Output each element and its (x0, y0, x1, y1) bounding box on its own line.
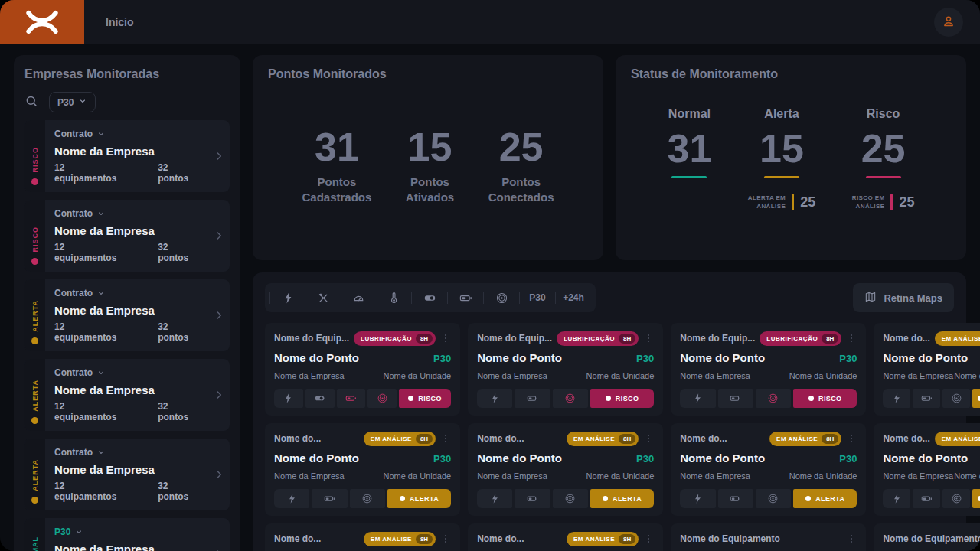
battery-icon (324, 493, 335, 504)
contract-dropdown[interactable]: Contrato (54, 288, 199, 298)
bolt-icon (489, 393, 501, 404)
status-dot-icon (31, 497, 38, 504)
equipment-card[interactable]: Nome do... EM ANÁLISE 8H Nome do Ponto P… (468, 523, 663, 551)
badge-text: EM ANÁLISE (573, 435, 615, 442)
point-name: Nome do Ponto (680, 452, 765, 465)
company-name: Nome da Empresa (54, 304, 199, 317)
sidebar-search-row: P30 (24, 92, 230, 112)
kebab-menu-icon[interactable] (846, 433, 857, 444)
dots-icon (643, 433, 654, 444)
bolt-icon (692, 493, 704, 504)
point-tag: P30 (839, 453, 857, 465)
contract-dropdown[interactable]: Contrato (54, 447, 199, 458)
status-dot-icon (808, 396, 814, 401)
company-card[interactable]: RISCO Contrato Nome da Empresa 12 equipa… (24, 120, 230, 192)
footer-bolt-icon (680, 389, 715, 408)
footer-bolt-icon (477, 389, 512, 408)
dots-icon (846, 533, 857, 544)
chevron-right-icon[interactable] (208, 439, 230, 510)
equipment-card[interactable]: Nome do... EM ANÁLISE 8H Nome do Ponto P… (265, 423, 460, 516)
search-icon[interactable] (24, 94, 38, 111)
battery-icon (345, 393, 357, 404)
company-card[interactable]: ALERTA Contrato Nome da Empresa 12 equip… (24, 359, 230, 431)
filter-bolt-icon[interactable] (270, 283, 305, 312)
battery-icon (527, 493, 538, 504)
filter-p30[interactable]: P30 (520, 283, 555, 312)
filter-signal-icon[interactable] (484, 283, 519, 312)
chevron-right-icon[interactable] (208, 279, 230, 351)
contract-dropdown[interactable]: Contrato (54, 129, 199, 139)
chevron-right-icon[interactable] (208, 359, 230, 431)
company-card[interactable]: ALERTA Contrato Nome da Empresa 12 equip… (24, 439, 230, 510)
card-header: Nome do... EM ANÁLISE 8H (477, 431, 654, 446)
company-list: RISCO Contrato Nome da Empresa 12 equipa… (24, 120, 230, 551)
footer-signal-icon (553, 489, 588, 508)
filter-thermometer-icon[interactable] (376, 283, 411, 312)
kebab-menu-icon[interactable] (440, 433, 451, 444)
kebab-menu-icon[interactable] (440, 333, 451, 344)
nav-inicio[interactable]: Início (106, 16, 134, 28)
battery-icon (921, 393, 933, 404)
kebab-menu-icon[interactable] (846, 333, 857, 344)
points-count: 32 pontos (158, 401, 199, 422)
points-count: 32 pontos (158, 481, 199, 502)
pontos-title: Pontos Monitorados (268, 67, 588, 81)
retina-maps-button[interactable]: Retina Maps (853, 283, 954, 312)
filter-+24h[interactable]: +24h (556, 283, 591, 312)
card-sub-row: Nome da Empresa Nome da Unidade (680, 371, 857, 380)
status-badge: ALERTA (972, 389, 980, 408)
person-icon (941, 14, 956, 29)
filter-battery-icon[interactable] (448, 283, 483, 312)
equipment-card[interactable]: Nome do... EM ANÁLISE 8H Nome do Ponto P… (265, 523, 460, 551)
contract-dropdown[interactable]: Contrato (54, 367, 199, 378)
card-footer: RISCO (274, 389, 451, 408)
contract-dropdown[interactable]: Contrato (54, 208, 199, 219)
kebab-menu-icon[interactable] (643, 333, 654, 344)
equipment-name: Nome do Equipamento (680, 533, 841, 544)
point-name: Nome do Ponto (680, 351, 765, 364)
equipments-count: 12 equipamentos (54, 401, 126, 422)
app-logo[interactable] (0, 0, 84, 44)
status-stat-value: 15 (748, 129, 815, 168)
chevron-down-icon (96, 129, 106, 139)
user-avatar-button[interactable] (934, 8, 963, 37)
kebab-menu-icon[interactable] (643, 433, 654, 444)
sidebar-filter-dropdown[interactable]: P30 (49, 92, 96, 112)
filter-gauge-icon[interactable] (341, 283, 376, 312)
kebab-menu-icon[interactable] (643, 533, 654, 544)
filter-toggle-icon[interactable] (412, 283, 447, 312)
equipment-card[interactable]: Nome do Equip... LUBRIFICAÇÃO 8H Nome do… (468, 323, 663, 416)
equipment-card[interactable]: Nome do... EM ANÁLISE 8H Nome do Ponto P… (468, 423, 663, 516)
contract-dropdown[interactable]: P30 (54, 527, 199, 537)
equipment-card[interactable]: Nome do... EM ANÁLISE 8H Nome do Ponto P… (671, 423, 866, 516)
analysis-bar (890, 194, 893, 210)
chevron-right-icon (213, 548, 225, 551)
equipment-card[interactable]: Nome do Equip... LUBRIFICAÇÃO 8H Nome do… (671, 323, 866, 416)
status-strip: ALERTA (24, 359, 45, 431)
card-footer: RISCO (680, 389, 857, 408)
kebab-menu-icon[interactable] (440, 533, 451, 544)
chevron-right-icon[interactable] (208, 200, 230, 272)
kebab-menu-icon[interactable] (846, 533, 857, 544)
bolt-icon (283, 393, 294, 404)
signal-icon (564, 393, 576, 404)
equipment-card[interactable]: Nome do... EM ANÁLISE 8H Nome do Ponto P… (874, 423, 980, 516)
equipment-card[interactable]: Nome do... EM ANÁLISE 8H Nome do Ponto P… (874, 323, 980, 416)
company-card[interactable]: NORMAL P30 Nome da Empresa 12 equipament… (24, 518, 230, 551)
chevron-right-icon[interactable] (208, 518, 230, 551)
filter-tools-icon[interactable] (305, 283, 341, 312)
company-card[interactable]: ALERTA Contrato Nome da Empresa 12 equip… (24, 279, 230, 351)
equipment-card[interactable]: Nome do Equipamento Nome do Ponto P30 No… (874, 523, 980, 551)
company-card[interactable]: RISCO Contrato Nome da Empresa 12 equipa… (24, 200, 230, 272)
toggle-icon (423, 292, 436, 305)
monitor-panel: P30+24h Retina Maps Nome do Equip... LUB… (253, 272, 966, 551)
tools-icon (317, 292, 330, 305)
equipment-card[interactable]: Nome do Equipamento Nome do Ponto P30 No… (671, 523, 866, 551)
bolt-icon (282, 292, 295, 305)
chevron-right-icon[interactable] (208, 120, 230, 192)
battery-icon (921, 493, 933, 504)
chevron-right-icon (213, 230, 225, 242)
dots-icon (846, 433, 857, 444)
equipment-card[interactable]: Nome do Equip... LUBRIFICAÇÃO 8H Nome do… (265, 323, 460, 416)
footer-battery-icon (514, 389, 550, 408)
